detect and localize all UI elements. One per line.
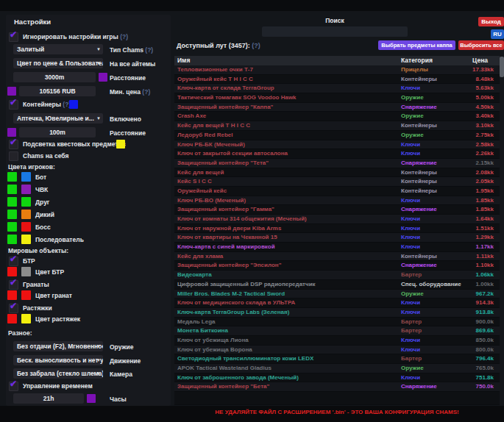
loot-row[interactable]: Защищенный контейнер "Гамма"Снаряжение1.…: [174, 205, 500, 215]
color-swatch[interactable]: [7, 290, 17, 300]
color-swatch[interactable]: [7, 197, 17, 207]
color-swatch[interactable]: [7, 210, 17, 219]
containers-checkbox[interactable]: ✔: [9, 100, 18, 110]
loot-row[interactable]: Ключ от закрытой секции автосалонаКлючи2…: [174, 149, 500, 159]
loot-row[interactable]: Ключ от заброшенного завода (Меченый)Клю…: [174, 373, 500, 383]
chevron-down-icon: ▼: [96, 368, 101, 379]
loot-row[interactable]: Кейс для вещейКонтейнеры2.08kk: [174, 168, 500, 178]
loot-row[interactable]: Ключ от наружной двери Kiba ArmsКлючи1.5…: [174, 224, 500, 234]
distance-color-swatch[interactable]: [99, 73, 107, 82]
loot-distance-input[interactable]: 100m: [19, 127, 96, 137]
color-swatch[interactable]: [21, 267, 31, 276]
loot-row[interactable]: Кейс S I C CКонтейнеры2.05kk: [174, 177, 500, 187]
tripwires-checkbox[interactable]: ✔: [9, 304, 18, 313]
loot-row[interactable]: Оружейный кейс T H I C CКонтейнеры8.48kk: [174, 75, 500, 85]
item-name: Оружейный кейс T H I C C: [177, 75, 397, 84]
color-swatch[interactable]: [21, 314, 31, 323]
drop-all-button[interactable]: Выбросить все: [458, 40, 504, 50]
loot-row[interactable]: Ключ от комнаты 314 общежития (Меченый)К…: [174, 215, 500, 224]
loot-row[interactable]: Кейс для хламаКонтейнеры1.11kk: [174, 252, 500, 262]
weapon-dropdown[interactable]: Без отдачи (F2), Мгновенное п▼: [13, 341, 103, 351]
color-swatch[interactable]: [7, 314, 17, 323]
color-swatch[interactable]: [7, 172, 17, 182]
loot-categories-dropdown[interactable]: Аптечка, Ювелирные и...▼: [13, 113, 103, 124]
color-swatch[interactable]: [21, 290, 31, 300]
loot-row[interactable]: Ключ-карта TerraGroup Labs (Зеленая)Ключ…: [174, 308, 500, 318]
hours-color-swatch[interactable]: [87, 394, 96, 403]
loot-row[interactable]: Цифровой защищенный DSP радиопередатчикС…: [174, 280, 500, 290]
chams-type-dropdown[interactable]: Залитый▼: [13, 44, 103, 54]
exit-button[interactable]: Выход: [478, 17, 504, 26]
color-swatch[interactable]: [21, 172, 31, 182]
time-control-checkbox[interactable]: ✔: [9, 382, 18, 391]
column-name[interactable]: Имя: [177, 56, 190, 65]
color-swatch[interactable]: [21, 197, 31, 207]
column-category[interactable]: Категория: [401, 56, 433, 65]
movement-dropdown[interactable]: Беск. выносливость и нет уста▼: [13, 355, 103, 365]
settings-panel: Настройки ✔ Игнорировать настройки игры …: [6, 15, 171, 406]
scrollbar[interactable]: [500, 56, 504, 406]
loot-row[interactable]: Кейс для вещей T H I C CКонтейнеры3.10kk: [174, 121, 500, 131]
color-swatch[interactable]: [21, 222, 31, 232]
min-price-color-swatch[interactable]: [7, 87, 16, 96]
loot-row[interactable]: Защищенный контейнер "Каппа"Снаряжение4.…: [174, 103, 500, 112]
loot-row[interactable]: Ключ от убежища ВоронаКлючи800.0k: [174, 346, 500, 355]
language-button[interactable]: RU: [491, 29, 504, 39]
chams-self-checkbox[interactable]: [9, 151, 18, 161]
search-input[interactable]: [262, 26, 408, 37]
loot-row[interactable]: Защищенный контейнер "Бета"Снаряжение750…: [174, 382, 500, 392]
item-color-mode-label: На все айтемы: [110, 60, 155, 68]
loot-distance-color-swatch[interactable]: [7, 128, 16, 137]
scrollbar-thumb[interactable]: [500, 57, 504, 77]
chevron-down-icon: ▼: [96, 341, 101, 351]
item-price: 2.05kk: [476, 177, 494, 186]
min-price-input[interactable]: 105156 RUB: [19, 86, 96, 96]
loot-row[interactable]: Оружейный кейсКонтейнеры1.95kk: [174, 187, 500, 196]
loot-row[interactable]: ВидеокартаБартер1.06kk: [174, 271, 500, 280]
loot-row[interactable]: Защищенный контейнер "Тета"Снаряжение2.1…: [174, 159, 500, 168]
loot-row[interactable]: Светодиодный трансиллюминатор кожи LEDXБ…: [174, 354, 500, 364]
loot-row[interactable]: Crash AxeОружие3.40kk: [174, 112, 500, 121]
color-swatch[interactable]: [7, 185, 17, 194]
loot-row[interactable]: Ключ от убежища ЛионаКлючи850.0k: [174, 336, 500, 346]
ignore-game-settings-checkbox[interactable]: ✔: [9, 32, 18, 42]
loot-row[interactable]: Защищенный контейнер "Эпсилон"Снаряжение…: [174, 261, 500, 271]
camera-dropdown[interactable]: Без забрала (стекло шлема)▼: [13, 368, 103, 379]
loot-row[interactable]: Ключ РБ-БК (Меченый)Ключи2.58kk: [174, 140, 500, 150]
grenades-checkbox[interactable]: ✔: [9, 280, 18, 290]
tripwires-row: ✔ Растяжки: [6, 304, 171, 314]
color-swatch[interactable]: [7, 235, 17, 244]
containers-label: Контейнеры: [23, 101, 61, 108]
item-color-mode-dropdown[interactable]: Цвет по цене & Пользователь▼: [13, 58, 103, 68]
grenades-label: Гранаты: [23, 281, 49, 288]
color-swatch[interactable]: [21, 185, 31, 194]
loot-row[interactable]: Монета БиткоинаБартер869.6k: [174, 326, 500, 336]
loot-row[interactable]: Тепловизионные очки Т-7Прицелы17.33kk: [174, 65, 500, 75]
loot-row[interactable]: Медаль LegaБартер900.0k: [174, 318, 500, 327]
color-swatch[interactable]: [7, 222, 17, 232]
color-swatch[interactable]: [21, 235, 31, 244]
select-kappa-items-button[interactable]: Выбрать предметы каппа: [378, 40, 455, 50]
quest-highlight-color-swatch[interactable]: [116, 140, 125, 149]
loot-row[interactable]: Ключ-карта от склада TerraGroupКлючи5.63…: [174, 84, 500, 93]
loot-row[interactable]: Ключ от медицинского склада в УЛЬТРАКлюч…: [174, 298, 500, 308]
loot-row[interactable]: Ключ-карта с синей маркировкойКлючи1.17k…: [174, 243, 500, 252]
loot-row[interactable]: Ключ РБ-ВО (Меченый)Ключи1.85kk: [174, 196, 500, 206]
loot-row[interactable]: Ледоруб Red RebelОружие2.75kk: [174, 131, 500, 140]
column-price[interactable]: Цена: [472, 56, 488, 65]
loot-row[interactable]: Miller Bros. Blades M-2 Tactical SwordОр…: [174, 290, 500, 299]
item-distance-input[interactable]: 3000m: [13, 72, 96, 82]
containers-color-swatch[interactable]: [69, 100, 78, 109]
time-control-label: Управление временем: [23, 382, 93, 390]
btr-row: ✔ БТР: [6, 257, 171, 267]
color-swatch[interactable]: [21, 210, 31, 219]
quest-highlight-checkbox[interactable]: ✔: [9, 140, 18, 149]
loot-row[interactable]: APOK Tactical Wasteland GladiusОружие765…: [174, 364, 500, 373]
loot-row[interactable]: Ключ от квартиры на Чеканной 15Ключи1.29…: [174, 233, 500, 243]
item-price: 2.75kk: [476, 131, 494, 140]
loot-row[interactable]: Тактический томагавк SOG Voodoo HawkОруж…: [174, 93, 500, 103]
hours-input[interactable]: 21h: [13, 393, 84, 404]
btr-checkbox[interactable]: ✔: [9, 257, 18, 266]
color-swatch[interactable]: [7, 267, 17, 276]
item-category: Снаряжение: [401, 103, 437, 112]
